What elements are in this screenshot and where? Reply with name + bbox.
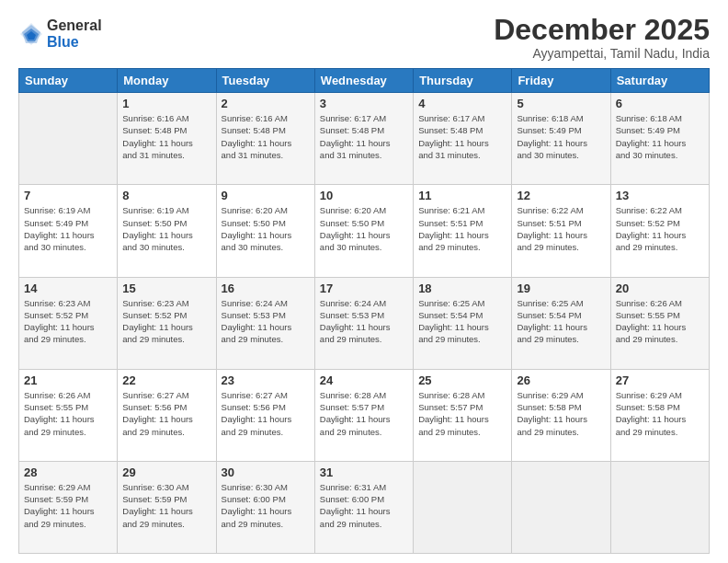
day-number: 14 [24,282,112,295]
daylight-text: Daylight: 11 hoursand 30 minutes. [517,137,605,162]
sunrise-text: Sunrise: 6:25 AM [517,297,605,309]
daylight-text: Daylight: 11 hoursand 29 minutes. [24,505,112,530]
sunrise-text: Sunrise: 6:17 AM [418,112,506,124]
daylight-text: Daylight: 11 hoursand 30 minutes. [122,229,210,254]
table-row: 7Sunrise: 6:19 AMSunset: 5:49 PMDaylight… [19,185,118,277]
table-row: 20Sunrise: 6:26 AMSunset: 5:55 PMDayligh… [610,277,709,369]
sunset-text: Sunset: 5:56 PM [122,401,210,413]
sunset-text: Sunset: 5:51 PM [517,217,605,229]
daylight-text: Daylight: 11 hoursand 29 minutes. [222,321,310,346]
daylight-text: Daylight: 11 hoursand 31 minutes. [418,137,506,162]
table-row: 21Sunrise: 6:26 AMSunset: 5:55 PMDayligh… [19,369,118,461]
sunrise-text: Sunrise: 6:26 AM [24,389,112,401]
table-row [19,93,118,185]
sunset-text: Sunset: 6:00 PM [222,493,310,505]
sunset-text: Sunset: 5:52 PM [616,217,704,229]
daylight-text: Daylight: 11 hoursand 29 minutes. [320,321,408,346]
day-number: 19 [517,282,605,295]
sunrise-text: Sunrise: 6:27 AM [222,389,310,401]
day-info: Sunrise: 6:18 AMSunset: 5:49 PMDaylight:… [616,112,704,161]
logo-general-text: General [47,17,102,34]
sunset-text: Sunset: 5:49 PM [517,124,605,136]
table-row: 17Sunrise: 6:24 AMSunset: 5:53 PMDayligh… [314,277,413,369]
day-number: 18 [418,282,506,295]
table-row: 18Sunrise: 6:25 AMSunset: 5:54 PMDayligh… [414,277,512,369]
sunrise-text: Sunrise: 6:29 AM [616,389,704,401]
day-info: Sunrise: 6:20 AMSunset: 5:50 PMDaylight:… [222,204,310,253]
sunrise-text: Sunrise: 6:17 AM [320,112,408,124]
logo-icon [18,21,44,47]
day-info: Sunrise: 6:23 AMSunset: 5:52 PMDaylight:… [122,297,210,346]
sunrise-text: Sunrise: 6:18 AM [517,112,605,124]
sunset-text: Sunset: 5:53 PM [320,309,408,321]
daylight-text: Daylight: 11 hoursand 29 minutes. [418,229,506,254]
day-info: Sunrise: 6:22 AMSunset: 5:51 PMDaylight:… [517,204,605,253]
table-row: 25Sunrise: 6:28 AMSunset: 5:57 PMDayligh… [414,369,512,461]
daylight-text: Daylight: 11 hoursand 29 minutes. [517,321,605,346]
day-number: 26 [517,373,605,387]
sunset-text: Sunset: 5:54 PM [418,309,506,321]
month-title: December 2025 [494,14,710,46]
sunrise-text: Sunrise: 6:18 AM [616,112,704,124]
sunrise-text: Sunrise: 6:23 AM [122,297,210,309]
daylight-text: Daylight: 11 hoursand 29 minutes. [616,229,704,254]
title-block: December 2025 Ayyampettai, Tamil Nadu, I… [494,14,710,61]
sunset-text: Sunset: 5:48 PM [418,124,506,136]
sunset-text: Sunset: 5:55 PM [616,309,704,321]
sunrise-text: Sunrise: 6:21 AM [418,204,506,216]
header-saturday: Saturday [610,69,709,93]
sunset-text: Sunset: 5:48 PM [222,124,310,136]
table-row: 11Sunrise: 6:21 AMSunset: 5:51 PMDayligh… [414,185,512,277]
day-number: 6 [616,97,704,110]
daylight-text: Daylight: 11 hoursand 29 minutes. [517,229,605,254]
day-number: 29 [122,465,210,479]
sunrise-text: Sunrise: 6:22 AM [616,204,704,216]
day-info: Sunrise: 6:27 AMSunset: 5:56 PMDaylight:… [222,389,310,438]
day-info: Sunrise: 6:24 AMSunset: 5:53 PMDaylight:… [320,297,408,346]
calendar-week-row: 14Sunrise: 6:23 AMSunset: 5:52 PMDayligh… [19,277,710,369]
day-number: 13 [616,189,704,202]
sunset-text: Sunset: 5:58 PM [616,401,704,413]
daylight-text: Daylight: 11 hoursand 29 minutes. [616,321,704,346]
day-info: Sunrise: 6:26 AMSunset: 5:55 PMDaylight:… [24,389,112,438]
day-info: Sunrise: 6:29 AMSunset: 5:59 PMDaylight:… [24,481,112,530]
day-info: Sunrise: 6:29 AMSunset: 5:58 PMDaylight:… [616,389,704,438]
sunset-text: Sunset: 5:57 PM [418,401,506,413]
day-info: Sunrise: 6:27 AMSunset: 5:56 PMDaylight:… [122,389,210,438]
table-row: 2Sunrise: 6:16 AMSunset: 5:48 PMDaylight… [216,93,314,185]
day-number: 3 [320,97,408,110]
day-number: 28 [24,465,112,479]
day-info: Sunrise: 6:18 AMSunset: 5:49 PMDaylight:… [517,112,605,161]
sunrise-text: Sunrise: 6:23 AM [24,297,112,309]
daylight-text: Daylight: 11 hoursand 29 minutes. [418,321,506,346]
day-info: Sunrise: 6:29 AMSunset: 5:58 PMDaylight:… [517,389,605,438]
sunrise-text: Sunrise: 6:28 AM [418,389,506,401]
table-row: 16Sunrise: 6:24 AMSunset: 5:53 PMDayligh… [216,277,314,369]
day-number: 24 [320,373,408,387]
calendar-week-row: 7Sunrise: 6:19 AMSunset: 5:49 PMDaylight… [19,185,710,277]
day-number: 9 [222,189,310,202]
sunrise-text: Sunrise: 6:24 AM [222,297,310,309]
daylight-text: Daylight: 11 hoursand 30 minutes. [222,229,310,254]
sunset-text: Sunset: 5:51 PM [418,217,506,229]
calendar-week-row: 1Sunrise: 6:16 AMSunset: 5:48 PMDaylight… [19,93,710,185]
sunset-text: Sunset: 5:55 PM [24,401,112,413]
calendar-table: Sunday Monday Tuesday Wednesday Thursday… [18,68,710,554]
logo-blue-text: Blue [47,34,102,51]
daylight-text: Daylight: 11 hoursand 29 minutes. [122,321,210,346]
calendar-week-row: 28Sunrise: 6:29 AMSunset: 5:59 PMDayligh… [19,461,710,553]
daylight-text: Daylight: 11 hoursand 31 minutes. [122,137,210,162]
day-number: 1 [122,97,210,110]
day-number: 7 [24,189,112,202]
table-row: 24Sunrise: 6:28 AMSunset: 5:57 PMDayligh… [314,369,413,461]
day-number: 10 [320,189,408,202]
sunrise-text: Sunrise: 6:30 AM [122,481,210,493]
sunset-text: Sunset: 5:52 PM [24,309,112,321]
sunrise-text: Sunrise: 6:20 AM [222,204,310,216]
sunrise-text: Sunrise: 6:29 AM [517,389,605,401]
day-info: Sunrise: 6:16 AMSunset: 5:48 PMDaylight:… [222,112,310,161]
day-number: 30 [222,465,310,479]
daylight-text: Daylight: 11 hoursand 29 minutes. [24,321,112,346]
sunset-text: Sunset: 5:53 PM [222,309,310,321]
table-row: 31Sunrise: 6:31 AMSunset: 6:00 PMDayligh… [314,461,413,553]
